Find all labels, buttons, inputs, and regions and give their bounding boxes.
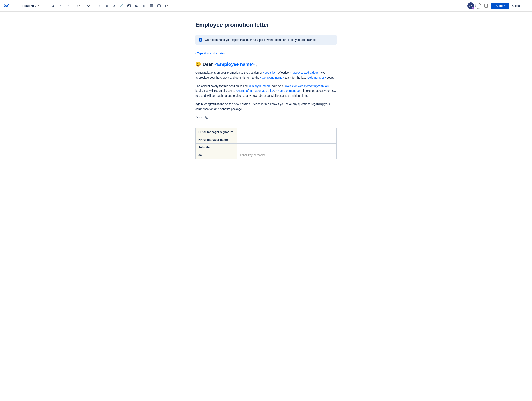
body-paragraph-1[interactable]: Congratulations on your promotion to the…	[195, 70, 337, 80]
company-name-placeholder[interactable]: <Company name>	[260, 76, 284, 79]
text-color-chevron-icon: ▾	[89, 5, 90, 7]
ordered-list-icon: ≢	[105, 4, 108, 7]
job-title-value[interactable]	[237, 144, 337, 151]
toolbar-right: CK c + Publish Close ···	[467, 2, 529, 9]
date-placeholder[interactable]: <Type // to add a date>	[195, 52, 337, 55]
heading-style-select[interactable]: Heading 2 ▾	[16, 2, 45, 9]
save-icon	[484, 4, 488, 8]
table-row: HR or manager name	[196, 136, 337, 144]
table-row: HR or manager signature	[196, 128, 337, 136]
job-title-placeholder[interactable]: <Job title>	[263, 71, 276, 74]
body-paragraph-2[interactable]: The annual salary for this position will…	[195, 84, 337, 98]
info-icon: i	[199, 38, 203, 42]
emoji-button[interactable]: ☺	[141, 2, 147, 9]
toolbar-separator-1	[14, 3, 14, 8]
image-button[interactable]	[126, 2, 132, 9]
salary-placeholder[interactable]: <Salary number>	[248, 84, 271, 88]
task-button[interactable]: ☑	[111, 2, 117, 9]
info-box-text: We recommend you export this letter as a…	[204, 38, 317, 42]
insert-button[interactable]: + ▾	[163, 2, 169, 9]
manager-name-label: HR or manager name	[196, 136, 237, 144]
ordered-list-button[interactable]: ≢	[103, 2, 110, 9]
employee-name-placeholder[interactable]: <Employee name>	[215, 62, 254, 67]
table-row: cc Other key personnel	[196, 151, 337, 159]
add-collaborator-button[interactable]: +	[475, 3, 481, 9]
more-options-button[interactable]: ···	[523, 3, 529, 9]
publish-button[interactable]: Publish	[491, 3, 509, 9]
layout-icon	[157, 4, 161, 7]
toolbar-separator-5	[94, 3, 94, 8]
document-title[interactable]: Employee promotion letter	[195, 22, 337, 28]
link-icon: 🔗	[120, 4, 123, 7]
svg-rect-2	[150, 4, 153, 7]
dear-heading: 😀 Dear <Employee name> ,	[195, 62, 337, 67]
add-number-placeholder[interactable]: <Add number>	[306, 76, 326, 79]
signature-label: HR or manager signature	[196, 128, 237, 136]
table-row: Job title	[196, 144, 337, 151]
info-box: i We recommend you export this letter as…	[195, 35, 337, 45]
manager-name-value[interactable]	[237, 136, 337, 144]
text-color-button[interactable]: A ▾	[85, 2, 91, 9]
svg-rect-6	[158, 5, 159, 7]
toolbar-separator-2	[47, 3, 47, 8]
align-chevron-icon: ▾	[79, 5, 80, 7]
dear-comma: ,	[256, 62, 258, 67]
dear-emoji: 😀	[195, 62, 201, 67]
app-logo	[3, 3, 9, 9]
job-title-label: Job title	[196, 144, 237, 151]
body-paragraph-3[interactable]: Again, congratulations on the new positi…	[195, 102, 337, 112]
link-button[interactable]: 🔗	[118, 2, 125, 9]
dear-text: Dear	[203, 62, 213, 67]
svg-rect-7	[159, 5, 160, 7]
cc-label: cc	[196, 151, 237, 159]
signature-value[interactable]	[237, 128, 337, 136]
mention-icon: @	[135, 4, 138, 7]
save-button[interactable]	[483, 2, 489, 9]
table-button[interactable]	[148, 2, 155, 9]
layout-button[interactable]	[156, 2, 162, 9]
emoji-icon: ☺	[143, 4, 146, 7]
more-formatting-button[interactable]: ···	[64, 2, 71, 9]
image-icon	[127, 4, 131, 7]
align-icon: ≡	[77, 4, 78, 7]
heading-style-chevron: ▾	[38, 5, 39, 7]
cc-value[interactable]: Other key personnel	[237, 151, 337, 159]
close-button[interactable]: Close	[511, 3, 521, 8]
toolbar-separator-3	[73, 3, 73, 8]
toolbar: Heading 2 ▾ B I ··· ≡ ▾ A ▾ ≡ ≢ ☑ 🔗	[0, 0, 532, 12]
insert-icon: +	[164, 4, 166, 8]
signature-table: HR or manager signature HR or manager na…	[195, 128, 337, 159]
avatar-badge: c	[472, 7, 475, 10]
mention-button[interactable]: @	[133, 2, 140, 9]
insert-chevron-icon: ▾	[167, 5, 168, 7]
effective-date-placeholder[interactable]: <Type // to add a date>	[290, 71, 319, 74]
sincerely-text[interactable]: Sincerely,	[195, 115, 337, 120]
manager-name-placeholder[interactable]: <Name of manager>	[276, 89, 302, 92]
svg-rect-0	[128, 5, 131, 7]
user-avatar[interactable]: CK c	[467, 2, 474, 9]
bold-button[interactable]: B	[50, 2, 56, 9]
table-icon	[150, 4, 153, 7]
bullet-list-icon: ≡	[98, 4, 100, 7]
editor-area: Employee promotion letter i We recommend…	[187, 12, 345, 176]
heading-style-label: Heading 2	[22, 4, 36, 7]
task-icon: ☑	[113, 4, 115, 7]
svg-rect-10	[485, 6, 487, 7]
align-button[interactable]: ≡ ▾	[76, 2, 81, 9]
bullet-list-button[interactable]: ≡	[96, 2, 102, 9]
text-color-icon: A	[87, 4, 89, 7]
pay-frequency-placeholder[interactable]: <weekly/biweekly/monthly/annual>	[285, 84, 329, 88]
italic-button[interactable]: I	[57, 2, 63, 9]
manager-name-job-placeholder[interactable]: <Name of manager, Job title>	[236, 89, 274, 92]
